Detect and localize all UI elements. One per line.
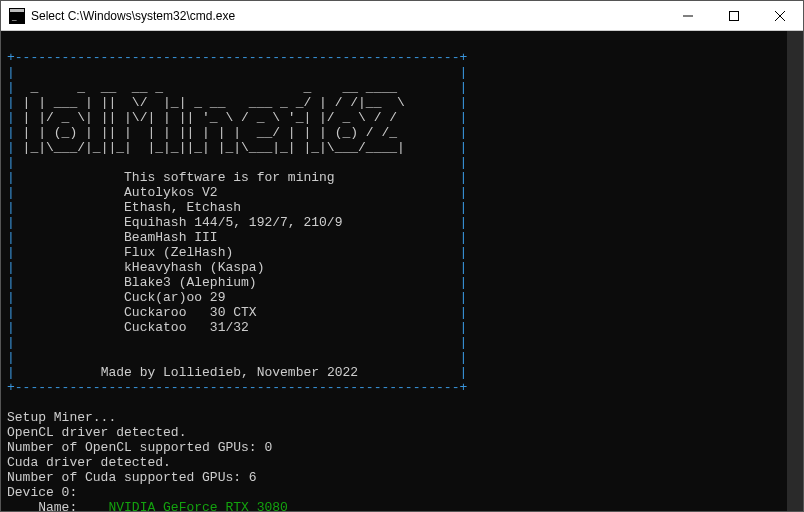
box-border-side: | (7, 95, 15, 110)
box-border-side: | (7, 305, 15, 320)
box-border-side: | (460, 365, 468, 380)
box-border-side: | (7, 215, 15, 230)
box-border-side: | (7, 155, 15, 170)
credit-text: Made by Lolliedieb, November 2022 (101, 365, 358, 380)
box-border-side: | (7, 125, 15, 140)
algo-item: Cuckatoo 31/32 (124, 320, 249, 335)
svg-text:_: _ (11, 12, 17, 22)
box-border-side: | (460, 230, 468, 245)
box-border-side: | (7, 80, 15, 95)
box-border-side: | (460, 65, 468, 80)
box-border-side: | (460, 110, 468, 125)
box-border-side: | (460, 200, 468, 215)
box-border-side: | (460, 185, 468, 200)
box-border-side: | (7, 230, 15, 245)
status-line: Setup Miner... (7, 410, 116, 425)
box-border-side: | (460, 320, 468, 335)
box-border-side: | (460, 155, 468, 170)
box-border-side: | (7, 245, 15, 260)
status-line: Device 0: (7, 485, 77, 500)
ascii-art-line: | | (_) | || | | | || | | | __/ | | | (_… (15, 125, 413, 140)
cmd-icon: _ (9, 8, 25, 24)
algo-item: Equihash 144/5, 192/7, 210/9 (124, 215, 342, 230)
box-border-side: | (7, 350, 15, 365)
svg-rect-4 (730, 11, 739, 20)
gpu-name-value: NVIDIA GeForce RTX 3080 (108, 500, 287, 511)
maximize-button[interactable] (711, 1, 757, 30)
box-border-side: | (460, 170, 468, 185)
box-border-side: | (460, 350, 468, 365)
box-border-side: | (460, 245, 468, 260)
box-border-side: | (460, 80, 468, 95)
box-border-side: | (460, 95, 468, 110)
algo-item: Flux (ZelHash) (124, 245, 233, 260)
box-border-side: | (460, 290, 468, 305)
box-border-side: | (7, 335, 15, 350)
box-border-side: | (460, 260, 468, 275)
status-line: OpenCL driver detected. (7, 425, 186, 440)
algo-item: Cuck(ar)oo 29 (124, 290, 225, 305)
box-border-side: | (7, 170, 15, 185)
ascii-art-line: | | ___ | || \/ |_| _ __ ___ _ _/ | / /|… (15, 95, 413, 110)
algo-item: kHeavyhash (Kaspa) (124, 260, 264, 275)
status-line: Cuda driver detected. (7, 455, 171, 470)
ascii-art-line: | |/ _ \| || |\/| | || '_ \ / _ \ '_| |/… (15, 110, 413, 125)
box-border-side: | (7, 65, 15, 80)
close-button[interactable] (757, 1, 803, 30)
box-border-side: | (460, 335, 468, 350)
cmd-window: _ Select C:\Windows\system32\cmd.exe +--… (0, 0, 804, 512)
algo-item: Ethash, Etchash (124, 200, 241, 215)
window-title: Select C:\Windows\system32\cmd.exe (31, 9, 235, 23)
algo-item: Autolykos V2 (124, 185, 218, 200)
box-border-side: | (460, 125, 468, 140)
algo-item: BeamHash III (124, 230, 218, 245)
box-border-side: | (460, 140, 468, 155)
box-border-side: | (7, 140, 15, 155)
intro-text: This software is for mining (124, 170, 335, 185)
scrollbar-thumb[interactable] (787, 31, 803, 511)
box-border-side: | (7, 200, 15, 215)
box-border-side: | (460, 215, 468, 230)
status-line: Number of Cuda supported GPUs: 6 (7, 470, 257, 485)
box-border-bottom: +---------------------------------------… (7, 380, 467, 395)
terminal-output[interactable]: +---------------------------------------… (1, 31, 803, 511)
algo-item: Cuckaroo 30 CTX (124, 305, 257, 320)
ascii-art-line: |_|\___/|_||_| |_|_||_| |_|\___|_| |_|\_… (15, 140, 413, 155)
box-border-side: | (460, 305, 468, 320)
box-border-side: | (7, 365, 15, 380)
scrollbar[interactable] (787, 31, 803, 511)
box-border-side: | (7, 320, 15, 335)
algo-item: Blake3 (Alephium) (124, 275, 257, 290)
box-border-side: | (7, 110, 15, 125)
box-border-side: | (7, 260, 15, 275)
gpu-name-label: Name: (7, 500, 108, 511)
box-border-top: +---------------------------------------… (7, 50, 467, 65)
minimize-button[interactable] (665, 1, 711, 30)
box-border-side: | (7, 290, 15, 305)
ascii-art-line: _ _ __ __ _ _ __ ____ (15, 80, 413, 95)
box-border-side: | (7, 185, 15, 200)
box-border-side: | (460, 275, 468, 290)
status-line: Number of OpenCL supported GPUs: 0 (7, 440, 272, 455)
titlebar[interactable]: _ Select C:\Windows\system32\cmd.exe (1, 1, 803, 31)
box-border-side: | (7, 275, 15, 290)
